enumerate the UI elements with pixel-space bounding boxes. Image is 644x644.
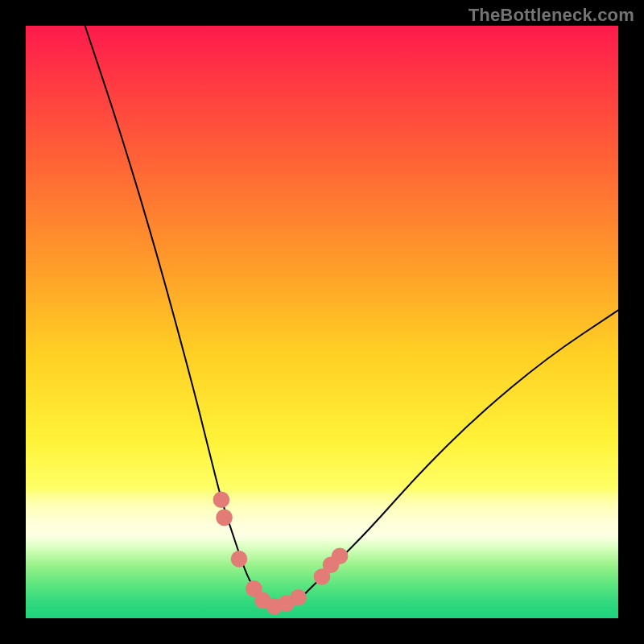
valley-markers-left-dot [231,551,248,568]
chart-frame: TheBottleneck.com [0,0,644,644]
watermark-text: TheBottleneck.com [469,5,634,26]
valley-markers-right-dot [332,547,349,564]
valley-markers [213,491,349,614]
valley-markers-left-dot [216,510,233,526]
curve-svg [26,26,618,618]
bottleneck-curve [85,26,618,606]
valley-markers-left-dot [213,491,230,508]
valley-floor-dot [290,589,307,606]
plot-area [26,26,618,618]
